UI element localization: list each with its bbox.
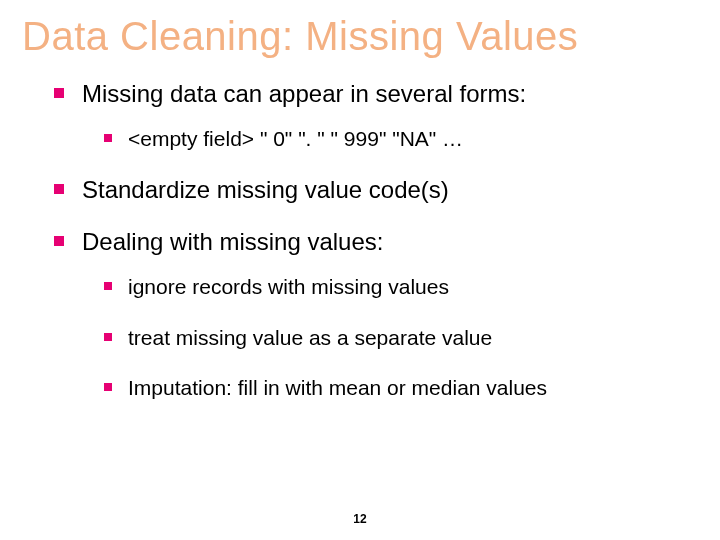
bullet-sublist: <empty field> " 0" ". " " 999" "NA" …	[82, 125, 684, 153]
bullet-subitem: Imputation: fill in with mean or median …	[104, 374, 684, 402]
bullet-text: treat missing value as a separate value	[128, 326, 492, 349]
bullet-subitem: ignore records with missing values	[104, 273, 684, 301]
bullet-text: ignore records with missing values	[128, 275, 449, 298]
slide-title: Data Cleaning: Missing Values	[0, 0, 720, 65]
bullet-text: Dealing with missing values:	[82, 228, 383, 255]
bullet-text: <empty field> " 0" ". " " 999" "NA" …	[128, 127, 463, 150]
page-number: 12	[0, 512, 720, 526]
bullet-list: Missing data can appear in several forms…	[0, 79, 720, 402]
bullet-subitem: <empty field> " 0" ". " " 999" "NA" …	[104, 125, 684, 153]
bullet-sublist: ignore records with missing values treat…	[82, 273, 684, 402]
bullet-item: Standardize missing value code(s)	[54, 175, 684, 205]
bullet-item: Dealing with missing values: ignore reco…	[54, 227, 684, 402]
bullet-item: Missing data can appear in several forms…	[54, 79, 684, 153]
bullet-text: Standardize missing value code(s)	[82, 176, 449, 203]
bullet-subitem: treat missing value as a separate value	[104, 324, 684, 352]
slide: Data Cleaning: Missing Values Missing da…	[0, 0, 720, 540]
bullet-text: Imputation: fill in with mean or median …	[128, 376, 547, 399]
bullet-text: Missing data can appear in several forms…	[82, 80, 526, 107]
